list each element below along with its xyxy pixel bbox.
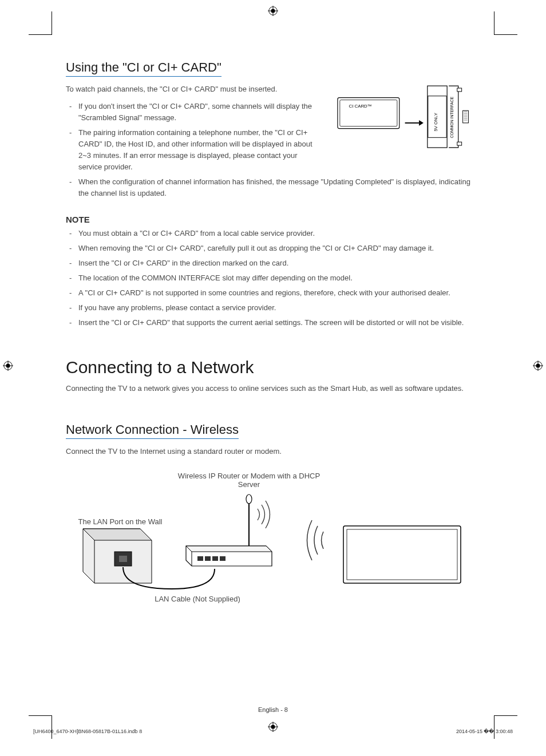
svg-rect-23	[457, 142, 462, 145]
svg-rect-34	[205, 556, 211, 561]
list-item: Insert the "CI or CI+ CARD" that support…	[66, 317, 481, 328]
crop-mark	[29, 715, 52, 739]
footer-timestamp: 2014-05-15 �� 3:00:48	[456, 729, 513, 734]
svg-point-3	[271, 9, 275, 13]
footer-meta: [UH6400_6470-XH]BN68-05817B-01L16.indb 8…	[33, 729, 513, 734]
ci-card-figure: CI CARD™ 5V ONLY COMMON INTERFACE	[335, 84, 481, 153]
section-heading-wireless: Network Connection - Wireless	[66, 422, 239, 439]
page-footer: English - 8	[0, 706, 546, 713]
svg-rect-33	[197, 556, 203, 561]
registration-mark-icon	[268, 6, 278, 16]
svg-rect-35	[212, 556, 218, 561]
section3-intro: Connect the TV to the Internet using a s…	[66, 446, 481, 457]
tv-icon	[343, 526, 461, 583]
ci-card-label: CI CARD™	[349, 104, 372, 109]
section2-intro: Connecting the TV to a network gives you…	[66, 383, 481, 394]
slot-5v-label: 5V ONLY	[433, 112, 438, 131]
slot-interface-label: COMMON INTERFACE	[450, 96, 454, 138]
list-item: When the configuration of channel inform…	[66, 176, 481, 199]
svg-marker-19	[419, 120, 424, 126]
svg-rect-16	[338, 98, 399, 129]
footer-file: [UH6400_6470-XH]BN68-05817B-01L16.indb 8	[33, 729, 142, 734]
wireless-diagram: Wireless IP Router or Modem with a DHCP …	[66, 472, 478, 609]
svg-rect-36	[220, 556, 225, 561]
svg-point-38	[246, 494, 252, 504]
crop-mark	[29, 11, 52, 35]
svg-point-11	[536, 363, 540, 367]
note-heading: NOTE	[66, 215, 481, 224]
crop-mark	[494, 715, 517, 739]
list-item: You must obtain a "CI or CI+ CARD" from …	[66, 228, 481, 239]
list-item: The location of the COMMON INTERFACE slo…	[66, 272, 481, 284]
svg-rect-22	[457, 88, 462, 92]
section-heading-ci-card: Using the "CI or CI+ CARD"	[66, 60, 221, 77]
list-item: If you don't insert the "CI or CI+ CARD"…	[66, 101, 319, 124]
registration-mark-icon	[533, 361, 543, 371]
list-item: Insert the "CI or CI+ CARD" in the direc…	[66, 258, 481, 269]
list-item: A "CI or CI+ CARD" is not supported in s…	[66, 287, 481, 299]
router-icon	[186, 494, 272, 566]
svg-point-7	[6, 363, 10, 367]
note-bullets: You must obtain a "CI or CI+ CARD" from …	[66, 228, 481, 329]
svg-rect-39	[343, 526, 461, 583]
list-item: The pairing information containing a tel…	[66, 127, 319, 173]
list-item: When removing the "CI or CI+ CARD", care…	[66, 243, 481, 254]
crop-mark	[494, 11, 517, 35]
wifi-signal-icon	[307, 520, 324, 560]
list-item: If you have any problems, please contact…	[66, 302, 481, 314]
registration-mark-icon	[3, 361, 13, 371]
main-heading-network: Connecting to a Network	[66, 358, 481, 377]
svg-rect-32	[119, 556, 127, 562]
